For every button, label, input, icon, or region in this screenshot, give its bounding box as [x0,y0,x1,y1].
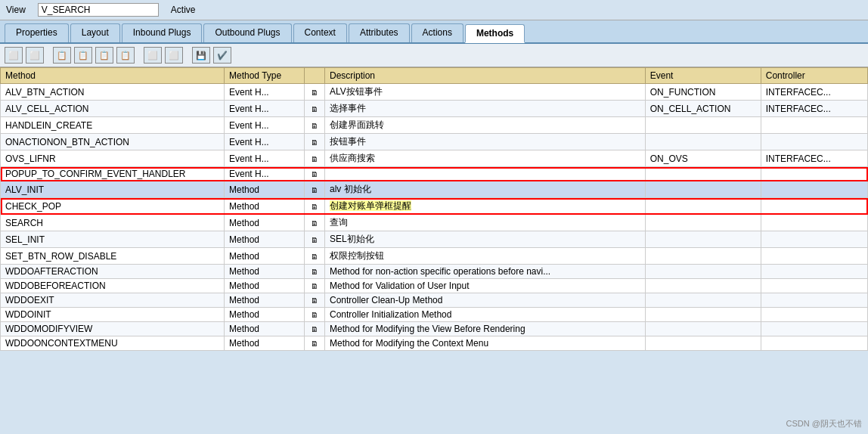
tab-outbound-plugs[interactable]: Outbound Plugs [203,23,291,42]
tab-properties[interactable]: Properties [5,23,69,42]
method-icon: 🗎 [311,186,318,194]
toolbar-btn-check[interactable]: ✔️ [213,47,231,64]
cell-desc: 创建界面跳转 [325,117,646,134]
cell-controller [761,248,867,265]
cell-desc: 权限控制按钮 [325,248,646,265]
cell-type: Method [225,181,305,198]
cell-desc [325,167,646,181]
cell-type: Method [225,198,305,215]
cell-desc: Method for Validation of User Input [325,279,646,293]
table-row[interactable]: OVS_LIFNREvent H...🗎供应商搜索ON_OVSINTERFACE… [1,150,868,167]
col-header-icon [304,68,324,84]
toolbar-btn-8[interactable]: ⬜ [165,47,183,64]
cell-controller [761,134,867,150]
desc-highlight: 创建对账单弹框提醒 [330,200,411,211]
cell-method: ALV_BTN_ACTION [1,84,225,101]
col-header-desc: Description [325,68,646,84]
cell-icon: 🗎 [304,198,324,215]
cell-event [645,198,761,215]
cell-event [645,231,761,248]
table-row[interactable]: WDDOBEFOREACTIONMethod🗎Method for Valida… [1,279,868,293]
table-row[interactable]: ONACTIONON_BTN_ACTIONEvent H...🗎按钮事件 [1,134,868,150]
table-row[interactable]: WDDOEXITMethod🗎Controller Clean-Up Metho… [1,293,868,308]
cell-icon: 🗎 [304,181,324,198]
table-row[interactable]: WDDOAFTERACTIONMethod🗎Method for non-act… [1,265,868,279]
cell-event [645,322,761,336]
toolbar-btn-6[interactable]: 📋 [116,47,135,64]
toolbar-btn-5[interactable]: 📋 [95,47,113,64]
table-row[interactable]: HANDLEIN_CREATEEvent H...🗎创建界面跳转 [1,117,868,134]
toolbar-btn-1[interactable]: ⬜ [5,47,23,64]
toolbar-btn-3[interactable]: 📋 [53,47,71,64]
cell-icon: 🗎 [304,279,324,293]
table-row[interactable]: ALV_CELL_ACTIONEvent H...🗎选择事件ON_CELL_AC… [1,101,868,117]
table-row[interactable]: SEARCHMethod🗎查询 [1,215,868,231]
table-row[interactable]: WDDOMODIFYVIEWMethod🗎Method for Modifyin… [1,322,868,336]
method-icon: 🗎 [311,170,318,178]
cell-event [645,167,761,181]
cell-method: ALV_INIT [1,181,225,198]
method-icon: 🗎 [311,268,318,276]
cell-event [645,308,761,322]
table-row[interactable]: ALV_BTN_ACTIONEvent H...🗎ALV按钮事件ON_FUNCT… [1,84,868,101]
method-icon: 🗎 [311,339,318,348]
toolbar-btn-4[interactable]: 📋 [74,47,92,64]
cell-method: WDDOBEFOREACTION [1,279,225,293]
col-header-ctrl: Controller [761,68,867,84]
cell-desc: alv 初始化 [325,181,646,198]
cell-icon: 🗎 [304,336,324,351]
cell-type: Method [225,231,305,248]
cell-type: Method [225,279,305,293]
method-icon: 🗎 [311,155,318,163]
cell-event [645,117,761,134]
cell-event [645,181,761,198]
toolbar: ⬜ ⬜ 📋 📋 📋 📋 ⬜ ⬜ 💾 ✔️ [0,44,868,67]
method-icon: 🗎 [311,253,318,261]
cell-type: Method [225,265,305,279]
cell-method: OVS_LIFNR [1,150,225,167]
cell-type: Event H... [225,117,305,134]
tab-layout[interactable]: Layout [70,23,120,42]
cell-method: SEL_INIT [1,231,225,248]
toolbar-btn-7[interactable]: ⬜ [144,47,162,64]
cell-event [645,279,761,293]
view-value: V_SEARCH [38,3,159,17]
table-row[interactable]: SEL_INITMethod🗎SEL初始化 [1,231,868,248]
cell-controller [761,279,867,293]
cell-desc: 查询 [325,215,646,231]
method-icon: 🗎 [311,203,318,211]
table-row[interactable]: ALV_INITMethod🗎alv 初始化 [1,181,868,198]
cell-event [645,336,761,351]
cell-icon: 🗎 [304,248,324,265]
cell-icon: 🗎 [304,215,324,231]
table-row[interactable]: SET_BTN_ROW_DISABLEMethod🗎权限控制按钮 [1,248,868,265]
cell-method: ALV_CELL_ACTION [1,101,225,117]
tab-attributes[interactable]: Attributes [349,23,410,42]
method-icon: 🗎 [311,219,318,228]
toolbar-btn-2[interactable]: ⬜ [26,47,44,64]
col-header-method: Method [1,68,225,84]
cell-event: ON_OVS [645,150,761,167]
cell-method: SEARCH [1,215,225,231]
cell-controller [761,293,867,308]
tab-inbound-plugs[interactable]: Inbound Plugs [122,23,203,42]
tab-context[interactable]: Context [293,23,347,42]
table-row[interactable]: CHECK_POPMethod🗎创建对账单弹框提醒 [1,198,868,215]
cell-icon: 🗎 [304,134,324,150]
table-row[interactable]: WDDOONCONTEXTMENUMethod🗎Method for Modif… [1,336,868,351]
cell-event [645,215,761,231]
tab-actions[interactable]: Actions [411,23,463,42]
tab-bar: PropertiesLayoutInbound PlugsOutbound Pl… [0,20,868,44]
cell-type: Method [225,336,305,351]
table-row[interactable]: WDDOINITMethod🗎Controller Initialization… [1,308,868,322]
tab-methods[interactable]: Methods [465,24,525,43]
table-row[interactable]: POPUP_TO_CONFIRM_EVENT_HANDLEREvent H...… [1,167,868,181]
cell-method: WDDOAFTERACTION [1,265,225,279]
col-header-event: Event [645,68,761,84]
cell-desc: Controller Clean-Up Method [325,293,646,308]
method-icon: 🗎 [311,311,318,319]
toolbar-btn-save[interactable]: 💾 [192,47,210,64]
cell-icon: 🗎 [304,84,324,101]
cell-controller [761,167,867,181]
method-icon: 🗎 [311,236,318,244]
